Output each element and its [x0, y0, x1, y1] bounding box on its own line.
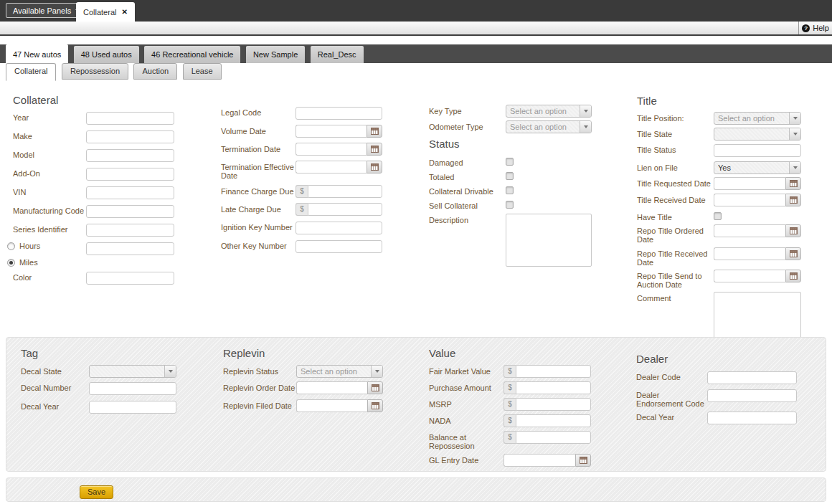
collateral-heading: Collateral — [13, 94, 179, 106]
title-received-date-calendar-button[interactable] — [785, 194, 801, 206]
dealer-code-input[interactable] — [707, 371, 797, 384]
currency-prefix: $ — [296, 203, 308, 216]
msrp-input[interactable] — [516, 398, 591, 411]
vin-input[interactable] — [86, 186, 174, 199]
lien-on-file-select[interactable]: Yes — [714, 161, 801, 174]
replevin-filed-date-input[interactable] — [296, 399, 367, 412]
help-label: Help — [813, 24, 829, 32]
repo-title-send-to-auction-date-calendar-button[interactable] — [785, 270, 801, 282]
dealer-decal-year-input[interactable] — [707, 412, 797, 424]
repo-title-send-to-auction-date-input[interactable] — [714, 270, 785, 282]
odometer-reading-input[interactable] — [86, 242, 174, 255]
calendar-icon — [790, 227, 798, 234]
gl-entry-date-calendar-button[interactable] — [575, 454, 591, 467]
title-position-select[interactable]: Select an option — [714, 112, 801, 125]
decal-year-input[interactable] — [89, 401, 176, 414]
dealer-heading: Dealer — [636, 353, 803, 365]
miles-radio[interactable] — [7, 259, 15, 267]
account-tab-48-used-autos[interactable]: 48 Used autos — [74, 46, 139, 63]
title-received-date-input[interactable] — [714, 194, 785, 206]
odometer-type-select[interactable]: Select an option — [506, 120, 592, 133]
make-input[interactable] — [86, 130, 174, 143]
nada-input[interactable] — [516, 414, 591, 427]
dealer-decal-year-label: Decal Year — [636, 411, 707, 422]
account-tab-real-desc[interactable]: Real_Desc — [311, 46, 364, 63]
dropdown-arrow-button[interactable] — [164, 366, 176, 377]
title-requested-date-input[interactable] — [714, 177, 785, 190]
dropdown-arrow-button[interactable] — [371, 366, 382, 377]
dropdown-arrow-button[interactable] — [789, 128, 800, 140]
termination-date-calendar-button[interactable] — [367, 143, 382, 156]
account-tab-new-sample[interactable]: New Sample — [246, 46, 305, 63]
key-type-label: Key Type — [429, 105, 506, 115]
add-on-input[interactable] — [86, 168, 174, 181]
title-requested-date-calendar-button[interactable] — [785, 177, 801, 190]
totaled-label: Totaled — [429, 171, 506, 181]
replevin-order-date-input[interactable] — [296, 381, 367, 394]
tag-section: Tag Decal State Decal Number Decal Year — [21, 347, 182, 419]
repo-title-ordered-date-input[interactable] — [714, 224, 785, 237]
balance-at-repossesion-input[interactable] — [516, 431, 591, 444]
other-key-number-input[interactable] — [296, 240, 382, 253]
replevin-filed-date-calendar-button[interactable] — [367, 399, 383, 412]
volume-date-input[interactable] — [296, 125, 367, 138]
title-state-select[interactable] — [714, 128, 801, 141]
title-state-label: Title State — [637, 128, 714, 138]
color-input[interactable] — [86, 272, 174, 285]
damaged-checkbox[interactable] — [506, 158, 514, 166]
tab-repossession[interactable]: Repossession — [62, 63, 128, 80]
legal-code-input[interactable] — [296, 107, 382, 120]
dealer-endorsement-code-input[interactable] — [707, 389, 797, 402]
key-type-select[interactable]: Select an option — [506, 105, 592, 118]
tab-lease[interactable]: Lease — [183, 63, 222, 80]
replevin-status-select[interactable]: Select an option — [296, 365, 383, 378]
collateral-drivable-checkbox[interactable] — [506, 186, 514, 194]
hours-radio[interactable] — [7, 242, 15, 250]
repo-title-received-date-input[interactable] — [714, 247, 785, 260]
panel-tab-collateral[interactable]: Collateral — [76, 2, 135, 22]
account-tab-46-recreational-vehicle[interactable]: 46 Recreational vehicle — [144, 46, 240, 63]
purchase-amount-input[interactable] — [516, 381, 591, 394]
chevron-down-icon — [584, 125, 588, 128]
sell-collateral-checkbox[interactable] — [506, 201, 514, 209]
finance-charge-due-input[interactable] — [308, 185, 382, 198]
description-textarea[interactable] — [506, 214, 592, 267]
dropdown-arrow-button[interactable] — [789, 162, 800, 173]
totaled-checkbox[interactable] — [506, 172, 514, 180]
panel-tab-label: Collateral — [83, 8, 116, 16]
repo-title-received-date-calendar-button[interactable] — [785, 247, 801, 260]
dropdown-arrow-button[interactable] — [789, 113, 800, 124]
late-charge-due-input[interactable] — [308, 203, 382, 216]
series-identifier-input[interactable] — [86, 224, 174, 237]
dropdown-arrow-button[interactable] — [580, 121, 591, 133]
chevron-down-icon — [793, 117, 798, 120]
model-input[interactable] — [86, 149, 174, 162]
save-button[interactable]: Save — [80, 485, 113, 499]
decal-state-select[interactable] — [89, 365, 176, 378]
tab-auction[interactable]: Auction — [133, 63, 177, 80]
replevin-order-date-calendar-button[interactable] — [367, 381, 383, 394]
volume-date-calendar-button[interactable] — [367, 125, 382, 138]
termination-date-input[interactable] — [296, 143, 367, 156]
collateral-column: Collateral Year Make Model Add-On VIN Ma… — [13, 94, 179, 290]
termination-effective-date-calendar-button[interactable] — [367, 161, 382, 173]
termination-effective-date-input[interactable] — [296, 161, 367, 173]
help-button[interactable]: Help — [798, 22, 832, 34]
account-tab-47-new-autos[interactable]: 47 New autos — [6, 44, 68, 63]
ignition-key-number-input[interactable] — [296, 222, 382, 234]
repo-title-ordered-date-calendar-button[interactable] — [785, 224, 801, 237]
manufacturing-code-input[interactable] — [86, 205, 174, 218]
year-input[interactable] — [86, 112, 174, 125]
msrp-label: MSRP — [429, 398, 504, 409]
have-title-checkbox[interactable] — [714, 212, 722, 220]
title-requested-date-label: Title Requested Date — [637, 177, 714, 188]
tab-collateral[interactable]: Collateral — [6, 63, 56, 81]
dropdown-arrow-button[interactable] — [580, 105, 591, 117]
gl-entry-date-input[interactable] — [504, 454, 575, 467]
add-on-label: Add-On — [13, 167, 86, 178]
close-icon[interactable] — [121, 9, 127, 16]
fair-market-value-input[interactable] — [516, 365, 591, 378]
currency-prefix: $ — [504, 365, 516, 378]
decal-number-input[interactable] — [89, 382, 176, 395]
title-status-input[interactable] — [714, 144, 801, 157]
